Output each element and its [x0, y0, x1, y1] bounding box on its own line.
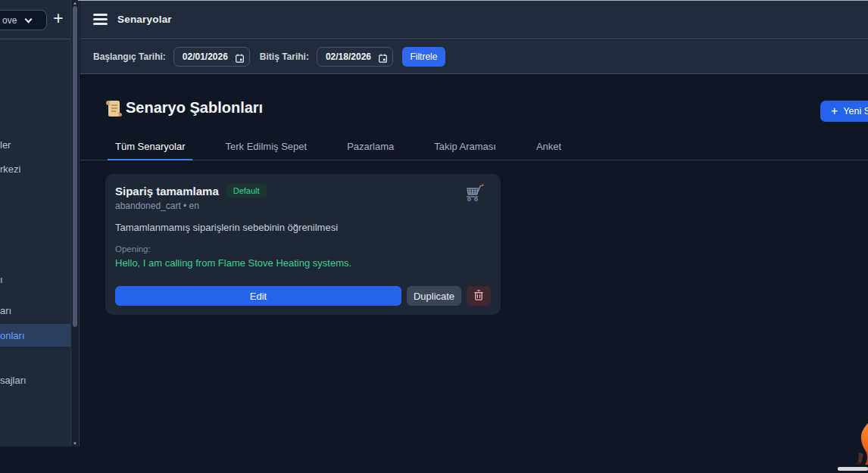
- tab-all-scenarios[interactable]: Tüm Senaryolar: [108, 141, 192, 160]
- sidebar-top-section: ove +: [0, 0, 70, 39]
- sidebar-item-label: onları: [0, 330, 25, 341]
- scrollbar-thumb[interactable]: [73, 6, 77, 327]
- scrollbar-down-arrow-icon[interactable]: ▼: [71, 441, 79, 446]
- card-description: Tamamlanmamış siparişlerin sebebinin öğr…: [115, 222, 491, 233]
- window-top-edge: [78, 0, 868, 1]
- tab-marketing[interactable]: Pazarlama: [339, 141, 401, 160]
- flame-icon: [851, 419, 868, 469]
- default-badge: Default: [226, 184, 267, 198]
- sidebar-item[interactable]: ler: [0, 139, 11, 151]
- sidebar-item[interactable]: rkezi: [0, 163, 20, 175]
- filter-button[interactable]: Filtrele: [402, 47, 445, 67]
- tab-abandoned-cart[interactable]: Terk Edilmiş Sepet: [217, 141, 314, 160]
- app-window: ove + ler rkezi ı arı onları sajları ▲ ▼…: [0, 0, 868, 473]
- card-title-row: Sipariş tamamlama Default: [115, 184, 491, 198]
- end-date-wrap: [317, 47, 393, 67]
- scenario-card: Sipariş tamamlama Default a: [105, 174, 501, 315]
- new-scenario-label: Yeni Se: [843, 106, 868, 117]
- plus-icon: +: [831, 104, 838, 118]
- sidebar-item-active-scenario-templates[interactable]: onları: [0, 324, 70, 347]
- app-header: Senaryolar: [80, 0, 868, 39]
- tab-bar: Tüm Senaryolar Terk Edilmiş Sepet Pazarl…: [80, 141, 868, 160]
- trash-icon: [474, 290, 483, 303]
- sidebar-scrollbar[interactable]: ▲ ▼: [70, 0, 80, 447]
- scroll-icon: [105, 99, 123, 122]
- chevron-down-icon: [25, 15, 33, 23]
- opening-block: Opening: Hello, I am calling from Flame …: [115, 244, 491, 269]
- delete-button[interactable]: [467, 286, 491, 306]
- duplicate-button[interactable]: Duplicate: [407, 286, 461, 306]
- page-title: Senaryo Şablonları: [126, 99, 263, 117]
- sidebar-item[interactable]: sajları: [0, 375, 27, 386]
- tab-follow-up-call[interactable]: Takip Araması: [426, 141, 504, 160]
- sidebar-item[interactable]: ı: [0, 274, 3, 285]
- card-title: Sipariş tamamlama: [115, 185, 219, 198]
- edit-button[interactable]: Edit: [115, 286, 401, 306]
- start-date-label: Başlangıç Tarihi:: [93, 51, 166, 62]
- hamburger-menu-icon[interactable]: [93, 11, 108, 28]
- card-actions: Edit Duplicate: [115, 286, 491, 306]
- end-date-label: Bitiş Tarihi:: [260, 51, 309, 62]
- shopping-cart-icon: [465, 184, 486, 206]
- sidebar-add-button[interactable]: +: [50, 8, 67, 29]
- new-scenario-button[interactable]: + Yeni Se: [820, 101, 868, 122]
- calendar-icon[interactable]: [236, 52, 244, 66]
- sidebar-item[interactable]: arı: [0, 305, 11, 316]
- calendar-icon[interactable]: [379, 52, 387, 66]
- tab-survey[interactable]: Anket: [529, 141, 569, 160]
- start-date-wrap: [173, 47, 250, 67]
- flame-mascot[interactable]: [833, 423, 868, 473]
- opening-text: Hello, I am calling from Flame Stove Hea…: [115, 257, 491, 269]
- tenant-select[interactable]: ove: [0, 10, 47, 30]
- content-title-row: Senaryo Şablonları + Yeni Se: [80, 98, 868, 122]
- card-subtitle: abandoned_cart • en: [115, 201, 491, 211]
- scrollbar-up-arrow-icon[interactable]: ▲: [71, 1, 79, 5]
- opening-label: Opening:: [115, 244, 491, 254]
- page-header-title: Senaryolar: [117, 14, 172, 25]
- filter-bar: Başlangıç Tarihi: Bitiş Tarihi: Filtrele: [80, 40, 868, 74]
- main-area: Senaryolar Başlangıç Tarihi: Bitiş Tarih…: [80, 0, 868, 473]
- sidebar: ove + ler rkezi ı arı onları sajları: [0, 0, 70, 447]
- tenant-select-value: ove: [0, 15, 17, 26]
